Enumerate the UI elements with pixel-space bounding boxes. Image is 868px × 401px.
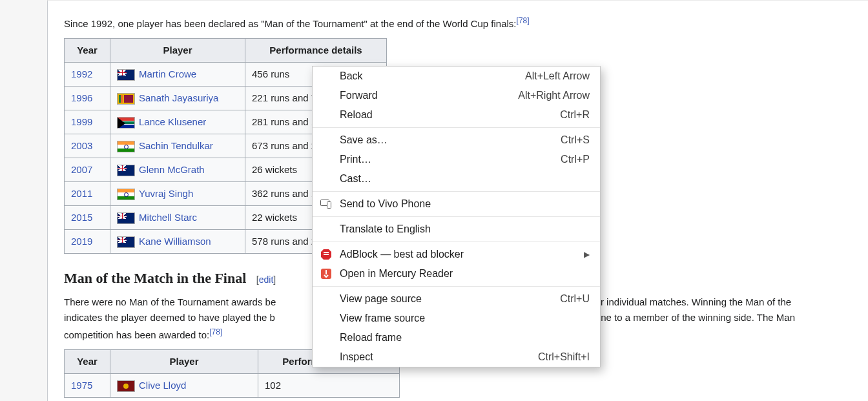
- section-edit-link[interactable]: edit: [259, 274, 274, 285]
- za-flag-icon: [117, 117, 135, 129]
- player-link[interactable]: Glenn McGrath: [139, 164, 205, 175]
- in-flag-icon: [117, 141, 135, 152]
- section-heading-text: Man of the Match in the Final: [64, 270, 246, 286]
- context-menu-label: Print…: [340, 153, 548, 166]
- player-cell: Sachin Tendulkar: [110, 134, 245, 158]
- context-menu-item[interactable]: Open in Mercury Reader: [313, 264, 600, 283]
- context-menu-label: View frame source: [340, 312, 590, 325]
- devices-icon: [320, 198, 332, 210]
- year-cell[interactable]: 2003: [65, 134, 110, 158]
- browser-context-menu: BackAlt+Left ArrowForwardAlt+Right Arrow…: [312, 66, 601, 367]
- player-cell: Clive Lloyd: [110, 374, 258, 398]
- context-menu-label: Reload: [340, 108, 547, 121]
- context-menu-label: Inspect: [340, 351, 525, 364]
- context-menu-label: Cast…: [340, 172, 590, 185]
- context-menu-item[interactable]: Send to Vivo Phone: [313, 194, 600, 214]
- context-menu-item[interactable]: Print…Ctrl+P: [313, 150, 600, 169]
- nz-flag-icon: [117, 69, 135, 81]
- year-cell[interactable]: 2019: [65, 230, 110, 254]
- context-menu-shortcut: Ctrl+Shift+I: [538, 351, 590, 364]
- player-cell: Lance Klusener: [110, 110, 245, 134]
- context-menu-item[interactable]: Translate to English: [313, 220, 600, 239]
- context-menu-item[interactable]: ForwardAlt+Right Arrow: [313, 86, 600, 105]
- year-cell[interactable]: 2015: [65, 206, 110, 230]
- intro-ref-link[interactable]: [78]: [517, 16, 530, 25]
- year-cell[interactable]: 1999: [65, 110, 110, 134]
- player-cell: Mitchell Starc: [110, 206, 245, 230]
- context-menu-item[interactable]: Save as…Ctrl+S: [313, 130, 600, 150]
- context-menu-shortcut: Ctrl+P: [561, 153, 590, 166]
- lk-flag-icon: [117, 93, 135, 105]
- player-link[interactable]: Clive Lloyd: [139, 380, 186, 391]
- player-link[interactable]: Yuvraj Singh: [139, 188, 193, 199]
- adblock-icon: [320, 249, 332, 260]
- col-player: Player: [110, 39, 245, 63]
- context-menu-label: Back: [340, 70, 512, 83]
- col2-year: Year: [65, 350, 110, 374]
- bracket-close: ]: [273, 274, 276, 285]
- para-c-ref-link[interactable]: [78]: [209, 327, 222, 336]
- context-menu-shortcut: Alt+Right Arrow: [518, 89, 590, 102]
- submenu-arrow-icon: ▶: [584, 248, 590, 261]
- player-link[interactable]: Sachin Tendulkar: [139, 140, 213, 151]
- au-flag-icon: [117, 165, 135, 176]
- year-cell[interactable]: 1975: [65, 374, 110, 398]
- svg-rect-1: [327, 202, 331, 209]
- context-menu-separator: [313, 191, 600, 192]
- year-cell[interactable]: 1996: [65, 87, 110, 110]
- year-cell[interactable]: 1992: [65, 63, 110, 87]
- context-menu-separator: [313, 286, 600, 287]
- context-menu-label: AdBlock — best ad blocker: [340, 248, 584, 261]
- player-link[interactable]: Martin Crowe: [139, 68, 196, 79]
- context-menu-item[interactable]: ReloadCtrl+R: [313, 105, 600, 125]
- para-b-before: indicates the player deemed to have play…: [64, 312, 275, 323]
- context-menu-shortcut: Ctrl+S: [561, 134, 590, 147]
- player-cell: Sanath Jayasuriya: [110, 87, 245, 110]
- context-menu-label: View page source: [340, 293, 547, 305]
- wi-flag-icon: [117, 380, 135, 392]
- intro-paragraph: Since 1992, one player has been declared…: [64, 14, 868, 32]
- table-row: 1975Clive Lloyd102: [65, 374, 400, 398]
- context-menu-label: Reload frame: [340, 331, 590, 344]
- mercury-icon: [320, 268, 332, 280]
- context-menu-shortcut: Ctrl+R: [560, 108, 590, 121]
- context-menu-separator: [313, 127, 600, 128]
- context-menu-item[interactable]: AdBlock — best ad blocker▶: [313, 245, 600, 264]
- year-cell[interactable]: 2007: [65, 158, 110, 182]
- sidebar-gutter: [0, 0, 48, 401]
- nz-flag-icon: [117, 236, 135, 248]
- context-menu-label: Translate to English: [340, 223, 590, 236]
- context-menu-shortcut: Alt+Left Arrow: [525, 70, 590, 83]
- au-flag-icon: [117, 212, 135, 224]
- col2-player: Player: [110, 350, 258, 374]
- context-menu-item[interactable]: View frame source: [313, 309, 600, 328]
- para-c: competition has been awarded to:: [64, 329, 209, 340]
- context-menu-label: Forward: [340, 89, 505, 102]
- player-cell: Kane Williamson: [110, 230, 245, 254]
- para-a-before: There were no Man of the Tournament awar…: [64, 296, 276, 307]
- in-flag-icon: [117, 189, 135, 200]
- context-menu-item[interactable]: BackAlt+Left Arrow: [313, 67, 600, 86]
- context-menu-separator: [313, 216, 600, 217]
- player-link[interactable]: Kane Williamson: [139, 236, 211, 247]
- player-cell: Yuvraj Singh: [110, 182, 245, 206]
- context-menu-shortcut: Ctrl+U: [560, 293, 590, 305]
- col-year: Year: [65, 39, 110, 63]
- context-menu-item[interactable]: InspectCtrl+Shift+I: [313, 347, 600, 367]
- intro-text: Since 1992, one player has been declared…: [64, 18, 517, 29]
- context-menu-label: Send to Vivo Phone: [340, 198, 590, 211]
- player-cell: Glenn McGrath: [110, 158, 245, 182]
- section-edit-wrapper: [edit]: [256, 274, 276, 285]
- performance-cell: 102: [258, 374, 400, 398]
- year-cell[interactable]: 2011: [65, 182, 110, 206]
- context-menu-label: Open in Mercury Reader: [340, 267, 590, 280]
- player-link[interactable]: Lance Klusener: [139, 116, 206, 127]
- context-menu-item[interactable]: Cast…: [313, 169, 600, 189]
- context-menu-item[interactable]: Reload frame: [313, 328, 600, 347]
- player-cell: Martin Crowe: [110, 63, 245, 87]
- player-link[interactable]: Mitchell Starc: [139, 212, 197, 223]
- context-menu-label: Save as…: [340, 134, 548, 147]
- context-menu-item[interactable]: View page sourceCtrl+U: [313, 289, 600, 309]
- col-perf: Performance details: [245, 39, 387, 63]
- player-link[interactable]: Sanath Jayasuriya: [139, 92, 218, 103]
